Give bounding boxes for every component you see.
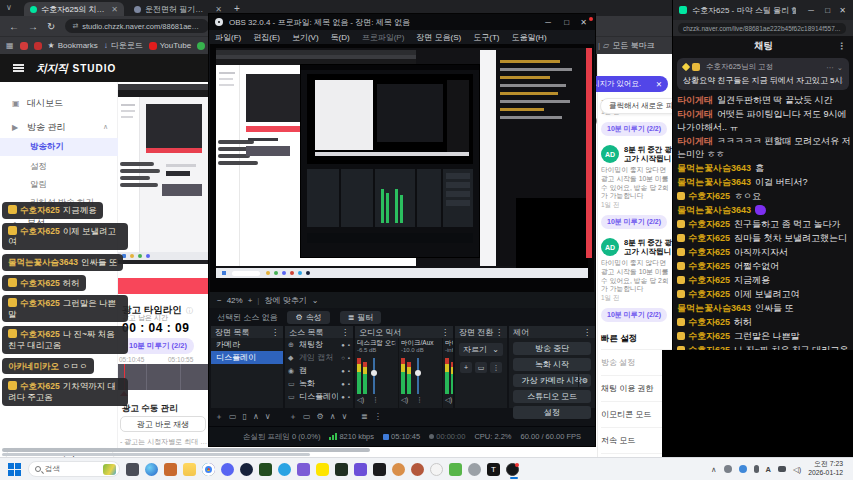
extension-red-icon-1[interactable] [20,42,28,50]
feed-card[interactable]: AD8분 뒤 중간 광고가 시작됩니다 타이밍이 좋지 않다면 광고 시작을 1… [601,145,673,232]
feed-defer-button[interactable]: 10분 미루기 (2/2) [601,122,667,136]
obs-control-button[interactable]: 스튜디오 모드⚙ [513,390,591,403]
obs-menu-item[interactable]: 편집(E) [247,32,286,43]
tab-close-icon[interactable]: ✕ [111,5,118,14]
lock-icon[interactable]: ▪ [348,368,350,374]
tray-chevron-icon[interactable]: ∧ [711,465,717,474]
maximize-icon[interactable]: □ [564,18,569,27]
tray-cloud-icon[interactable] [724,465,732,473]
visibility-eye-icon[interactable]: ● [341,381,345,387]
volume-slider[interactable] [373,358,375,394]
sidebar-item-dashboard[interactable]: ▣대시보드 [0,94,118,112]
add-transition-icon[interactable]: + [460,362,472,373]
tray-blue-app-icon[interactable] [739,465,747,473]
ad-play-now-button[interactable]: 광고 바로 재생 [120,416,206,432]
panel-menu-icon[interactable]: ⋮ [341,328,349,337]
virtual-cam-settings-icon[interactable]: ⚙ [578,374,591,387]
sidebar-item-alerts[interactable]: 알림 [0,176,118,194]
chat-url-bar[interactable]: chzzk.naver.com/live/88681ae222b45f62c18… [673,20,853,36]
site-info-icon[interactable]: ⇄ [72,22,78,30]
move-up-icon[interactable]: ∧ [330,412,336,421]
volume-slider[interactable] [417,358,419,394]
maximize-icon[interactable]: □ [825,6,830,15]
taskbar-app-steam[interactable] [240,463,253,476]
ime-indicator[interactable]: A [766,465,771,474]
source-item[interactable]: ▭ 디스플레이 ● ▪ [285,390,353,403]
visibility-eye-icon[interactable]: ● [341,368,345,374]
tray-mic-icon[interactable] [754,465,759,473]
taskbar-app-edge[interactable] [145,463,158,476]
add-source-icon[interactable]: ＋ [289,411,297,422]
scene-filters-icon[interactable]: ▯ [243,412,247,421]
speaker-icon[interactable]: ◁) [401,396,408,404]
mixer-menu-icon[interactable]: ⋮ [374,412,382,421]
source-item[interactable]: ⊕ 채팅창 ● ▪ [285,338,353,351]
speaker-icon[interactable]: ◁) [445,396,452,404]
taskbar-app-tool[interactable] [297,463,310,476]
taskbar-app-chrome[interactable] [202,463,215,476]
lock-icon[interactable]: ▪ [348,355,350,361]
source-item[interactable]: ◉ 캠 ● ▪ [285,364,353,377]
minimize-icon[interactable]: ─ [808,6,814,15]
visibility-eye-icon[interactable]: ● [341,394,345,400]
bookmark-downloads[interactable]: ↓다운로드 [104,40,143,51]
obs-control-button[interactable]: 가상 카메라 시작⚙ [513,374,591,387]
close-icon[interactable]: ✕ [580,18,587,27]
feed-card[interactable]: AD8분 뒤 중간 광고가 시작됩니다 타이밍이 좋지 않다면 광고 시작을 1… [601,238,673,325]
lock-icon[interactable]: ▪ [348,394,350,400]
taskbar-app-obs-active[interactable] [506,463,519,476]
lock-icon[interactable]: ▪ [348,342,350,348]
browser-tab-studio[interactable]: 수호자625의 치지직 스튜디오 ✕ [24,2,124,16]
taskbar-app-avatar-1[interactable] [392,463,405,476]
fit-window-button[interactable]: 창에 맞추기 [264,295,306,306]
source-item[interactable]: ◆ 게임 캡처 ○ ▪ [285,351,353,364]
panel-menu-icon[interactable]: ⋮ [441,328,449,337]
obs-menu-item[interactable]: 보기(V) [286,32,325,43]
taskbar-clock[interactable]: 오전 7:23 2026-01-12 [808,460,847,478]
lock-icon[interactable]: ▪ [348,381,350,387]
sidebar-item-broadcast-mgmt[interactable]: ▶방송 관리∧ [0,118,118,136]
obs-menu-item[interactable]: 도구(T) [467,32,505,43]
move-down-icon[interactable]: ∨ [342,412,348,421]
bookmark-youtube[interactable]: YouTube [149,41,191,50]
zoom-in-icon[interactable]: + [248,296,253,305]
source-props-icon[interactable]: ⚙ [317,412,324,421]
horizontal-scrollbar-1[interactable] [2,448,370,452]
channel-menu-icon[interactable]: ⋮ [416,396,423,404]
forward-icon[interactable]: → [28,21,38,32]
taskbar-app-discord[interactable] [221,463,234,476]
taskbar-app-eye[interactable] [468,463,481,476]
panel-menu-icon[interactable]: ⋮ [271,328,279,337]
back-icon[interactable]: ← [9,21,19,32]
toast-close-icon[interactable]: ✕ [656,80,662,89]
expand-chevron-icon[interactable]: ⌄ [837,63,843,72]
taskbar-app-telegram[interactable] [278,463,291,476]
transition-select[interactable]: 자르기⌄ [459,343,503,356]
obs-menu-item[interactable]: 프로파일(P) [356,32,411,43]
obs-menu-item[interactable]: 파일(F) [209,32,247,43]
filters-button[interactable]: ≣필터 [340,311,382,324]
obs-title-bar[interactable]: OBS 32.0.4 - 프로파일: 제목 없음 - 장면: 제목 없음 ─ □… [209,14,595,30]
all-bookmarks[interactable]: |▱모든 북마크 [598,40,654,51]
taskbar-app-files[interactable] [126,463,139,476]
taskbar-app-explorer[interactable] [183,463,196,476]
scene-item[interactable]: 카메라 [211,338,283,351]
obs-menu-item[interactable]: 장면 모음(S) [410,32,467,43]
panel-menu-icon[interactable]: ⋮ [583,328,591,337]
hamburger-menu-icon[interactable] [13,64,24,72]
remove-source-icon[interactable]: ▭ [303,412,311,421]
more-icon[interactable]: ⋯ [826,63,834,72]
obs-control-button[interactable]: 설정⚙ [513,406,591,419]
start-button[interactable] [8,463,21,476]
apps-grid-icon[interactable]: ▦ [6,41,14,50]
tray-touchpad-icon[interactable] [778,466,786,472]
remove-scene-icon[interactable]: ▭ [229,412,237,421]
refresh-icon[interactable]: ↻ [47,21,55,32]
chevron-down-icon[interactable]: ⌄ [312,296,319,305]
transition-props-icon[interactable]: ⋮ [490,362,502,373]
taskbar-search[interactable]: 검색 [28,461,120,477]
taskbar-app-kakaotalk[interactable] [316,463,329,476]
taskbar-app-grid[interactable] [354,463,367,476]
sidebar-item-settings[interactable]: 설정 [0,158,118,176]
advanced-audio-icon[interactable]: ≣ [361,412,368,421]
